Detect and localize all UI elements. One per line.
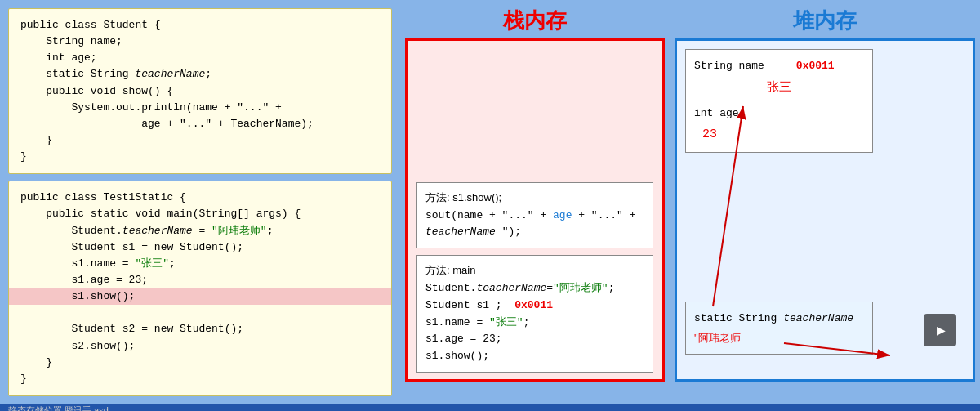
code-box-student: public class Student { String name; int … xyxy=(8,8,392,174)
stack-border: 方法: s1.show(); sout(name + "..." + age +… xyxy=(405,38,665,382)
frame-body: sout(name + "..." + age + "..." + teache… xyxy=(425,208,644,242)
heap-field1: String name 0x0011 xyxy=(694,56,864,75)
static-value: "阿玮老师 xyxy=(694,328,864,347)
code-line: String name; xyxy=(20,34,380,50)
code-line: System.out.println(name + "..." + xyxy=(20,100,380,116)
code-line: Student.teacherName = "阿玮老师"; xyxy=(20,223,380,239)
code-line: Student s2 = new Student(); xyxy=(20,321,380,337)
code-line-highlighted: s1.show(); xyxy=(9,288,391,305)
frame-main-title: 方法: main xyxy=(425,262,644,280)
heap-object: String name 0x0011 张三 int age 23 xyxy=(685,49,873,153)
code-line: } xyxy=(20,149,380,165)
code-box-test: public class Test1Static { public static… xyxy=(8,181,392,396)
code-line: public void show() { xyxy=(20,83,380,100)
code-line: } xyxy=(20,355,380,371)
content-area: public class Student { String name; int … xyxy=(0,0,980,404)
code-line: public static void main(String[] args) { xyxy=(20,206,380,222)
code-line: public class Student { xyxy=(20,17,380,34)
code-line: public class Test1Static { xyxy=(20,190,380,206)
stack-title: 栈内存 xyxy=(400,0,670,38)
frame-main-body: Student.teacherName="阿玮老师"; Student s1 ;… xyxy=(425,280,644,365)
stack-frame-show: 方法: s1.show(); sout(name + "..." + age +… xyxy=(416,182,653,248)
frame-title: 方法: s1.show(); xyxy=(425,190,644,208)
code-line: s1.age = 23; xyxy=(20,272,380,288)
play-button[interactable] xyxy=(924,314,956,346)
code-line: s1.name = "张三"; xyxy=(20,256,380,272)
heap-field2: int age xyxy=(694,104,864,123)
bottom-bar: 静态存储位置 腾讯手 asd xyxy=(0,404,980,411)
heap-value1: 张三 xyxy=(694,75,864,97)
heap-value2: 23 xyxy=(702,123,864,145)
code-line: age + "..." + TeacherName); xyxy=(20,116,380,132)
heap-border: String name 0x0011 张三 int age 23 static … xyxy=(675,38,975,382)
code-line: } xyxy=(20,371,380,387)
heap-static: static String teacherName "阿玮老师 xyxy=(685,302,873,355)
code-line xyxy=(20,305,380,321)
code-line: static String teacherName; xyxy=(20,66,380,83)
heap-panel: 堆内存 String name 0x0011 张三 int age 23 sta… xyxy=(670,0,980,404)
stack-frame-main: 方法: main Student.teacherName="阿玮老师"; Stu… xyxy=(416,255,653,373)
main-container: public class Student { String name; int … xyxy=(0,0,980,411)
heap-title: 堆内存 xyxy=(670,0,980,38)
stack-panel: 栈内存 方法: s1.show(); sout(name + "..." + a… xyxy=(400,0,670,404)
code-line: s2.show(); xyxy=(20,338,380,355)
static-label: static String teacherName xyxy=(694,309,864,328)
code-line: } xyxy=(20,132,380,149)
code-line: Student s1 = new Student(); xyxy=(20,239,380,256)
code-line: int age; xyxy=(20,50,380,66)
left-panel: public class Student { String name; int … xyxy=(0,0,400,404)
bottom-text: 静态存储位置 腾讯手 asd xyxy=(8,404,109,411)
